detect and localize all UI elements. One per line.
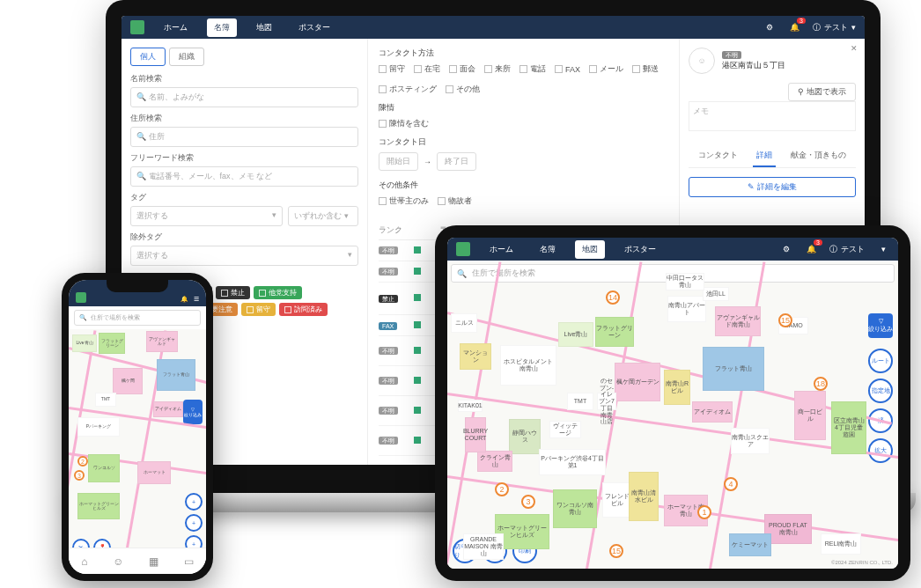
map-marker[interactable]: 14 (606, 290, 620, 305)
nav-poster-icon[interactable]: ▭ (184, 555, 194, 568)
close-icon[interactable]: ✕ (851, 44, 858, 53)
method-checkbox[interactable]: 郵送 (632, 63, 659, 75)
show-on-map-button[interactable]: ⚲ 地図で表示 (788, 83, 856, 101)
method-checkbox[interactable]: 面会 (449, 63, 475, 75)
other-checkbox[interactable]: 世帯主のみ (379, 195, 429, 207)
search-icon: 🔍 (457, 269, 467, 278)
building: ケミーマット (729, 533, 771, 556)
nav-map-icon[interactable]: ▦ (149, 555, 158, 568)
filter-button[interactable]: ▽絞り込み (868, 313, 893, 338)
laptop-topbar: ホーム 名簿 地図 ポスター ⚙ 🔔3 ⓘ テスト ▾ (122, 16, 865, 39)
method-checkbox[interactable]: 来所 (484, 63, 511, 75)
road (447, 261, 501, 569)
map-marker[interactable]: 4 (724, 477, 738, 491)
tab-org[interactable]: 組織 (169, 48, 204, 66)
map-search-input[interactable]: 🔍 住所で場所を検索 (74, 310, 201, 326)
map-tool-button[interactable]: + (185, 514, 203, 532)
building: ホスピタルメント南青山 (500, 345, 556, 386)
chevron-down-icon[interactable]: ▾ (877, 243, 889, 255)
map-canvas[interactable]: ▽絞り込み + + + ✂ 📍 ©2024 ZENRIN Live青山フラットグ… (69, 329, 206, 560)
building: アヴァンギャルド南青山 (715, 306, 761, 336)
gear-icon[interactable]: ⚙ (780, 243, 792, 255)
nav-list[interactable]: 名簿 (533, 240, 563, 259)
nav-poster[interactable]: ポスター (617, 240, 663, 259)
map-canvas[interactable]: 🔍 住所で場所を検索 ▽絞り込み ルート指定地済拡大 切り取りピン印刷 ©202… (447, 261, 898, 569)
nav-user-icon[interactable]: ☺ (113, 555, 123, 568)
phone-device: 🔔 ☰ 🔍 住所で場所を検索 ▽絞り込み + + + ✂ 📍 ©2024 ZEN… (62, 273, 213, 581)
bell-icon[interactable]: 🔔3 (805, 243, 817, 255)
map-credit: ©2024 ZENRIN CO., LTD. (831, 560, 893, 565)
date-from-input[interactable]: 開始日 (379, 152, 418, 171)
bell-icon[interactable]: 🔔 (181, 296, 188, 303)
nav-map[interactable]: 地図 (249, 18, 279, 37)
date-to-input[interactable]: 終了日 (437, 152, 476, 171)
method-checkbox[interactable]: 電話 (519, 63, 546, 75)
method-checkbox[interactable]: FAX (555, 63, 580, 75)
name-search-input[interactable]: 🔍 名前、よみがな (130, 87, 358, 107)
detail-tab-donate[interactable]: 献金・頂きもの (787, 145, 850, 167)
phone-bottom-nav: ⌂ ☺ ▦ ▭ (69, 548, 206, 574)
map-marker[interactable]: 18 (814, 377, 828, 391)
nav-home-icon[interactable]: ⌂ (81, 555, 87, 568)
detail-address: 港区南青山５丁目 (722, 61, 785, 70)
nav-home[interactable]: ホーム (483, 240, 520, 259)
excl-tag-select[interactable]: 選択する ▾ (130, 246, 358, 266)
building: 池田LL (703, 287, 729, 301)
map-marker[interactable]: 15 (778, 313, 792, 327)
menu-icon[interactable]: ☰ (194, 296, 199, 303)
user-icon: ⓘ (813, 22, 821, 33)
nav-list[interactable]: 名簿 (207, 18, 237, 37)
free-search-input[interactable]: 🔍 電話番号、メール、fax、メモ など (130, 166, 358, 187)
method-checkbox[interactable]: その他 (446, 84, 480, 95)
tab-person[interactable]: 個人 (130, 48, 166, 66)
method-checkbox[interactable]: 留守 (379, 63, 405, 75)
user-menu[interactable]: ⓘ テスト (829, 244, 865, 255)
building: ニルス (451, 313, 477, 333)
nav-map[interactable]: 地図 (575, 240, 605, 259)
building: BLURRY COURT (465, 417, 486, 452)
method-checkbox[interactable]: メール (589, 63, 623, 75)
map-marker[interactable]: 2 (77, 456, 88, 467)
building: 静岡ハウス (509, 419, 541, 454)
map-tool-button[interactable]: + (185, 493, 203, 511)
nav-poster[interactable]: ポスター (291, 18, 337, 37)
tag-mode-select[interactable]: いずれか含む ▾ (288, 206, 358, 226)
building: RELI南青山 (821, 533, 861, 555)
building: 楓ケ岡ガーデン (615, 363, 660, 401)
building: Pパーキング渋谷4丁目第1 (539, 449, 606, 475)
search-icon: 🔍 (79, 314, 87, 321)
map-tool-button[interactable]: ルート (868, 349, 893, 373)
map-marker[interactable]: 2 (495, 482, 509, 496)
method-checkbox[interactable]: 在宅 (414, 63, 440, 75)
rank-chip[interactable]: 訪問済み (279, 303, 328, 316)
map-tool-button[interactable]: 指定地 (868, 379, 893, 403)
building: ワンコルソ (88, 454, 120, 482)
building: 楓ケ岡 (113, 368, 143, 394)
tag-select[interactable]: 選択する ▾ (130, 206, 283, 226)
free-search-label: フリーワード検索 (130, 152, 358, 164)
bell-icon[interactable]: 🔔3 (788, 21, 800, 33)
other-checkbox[interactable]: 物故者 (438, 195, 472, 207)
detail-tab-detail[interactable]: 詳細 (753, 145, 776, 167)
avatar-icon: ☺ (689, 48, 715, 74)
map-marker[interactable]: 1 (697, 505, 711, 519)
method-checkbox[interactable]: ポスティング (379, 84, 437, 95)
rank-chip[interactable]: 禁止 (216, 286, 250, 299)
rank-chip[interactable]: 他党支持 (254, 286, 302, 299)
gear-icon[interactable]: ⚙ (763, 21, 776, 33)
sentiment-checkbox[interactable]: 陳情を含む (379, 118, 429, 129)
edit-detail-button[interactable]: ✎ 詳細を編集 (689, 177, 856, 197)
rank-chip[interactable]: 留守 (241, 303, 276, 316)
detail-tab-contact[interactable]: コンタクト (695, 145, 741, 167)
addr-search-input[interactable]: 🔍 住所 (130, 127, 358, 147)
map-tool-button[interactable]: 拡大 (868, 438, 893, 463)
detail-tag: 不明 (722, 51, 741, 59)
memo-input[interactable]: メモ (689, 101, 856, 131)
nav-home[interactable]: ホーム (157, 18, 195, 37)
map-marker[interactable]: 15 (609, 544, 623, 558)
user-menu[interactable]: ⓘ テスト ▾ (813, 22, 856, 33)
sentiment-label: 陳情 (379, 102, 668, 114)
map-marker[interactable]: 3 (521, 495, 535, 509)
filter-button[interactable]: ▽絞り込み (183, 400, 203, 424)
map-marker[interactable]: 3 (74, 470, 85, 481)
